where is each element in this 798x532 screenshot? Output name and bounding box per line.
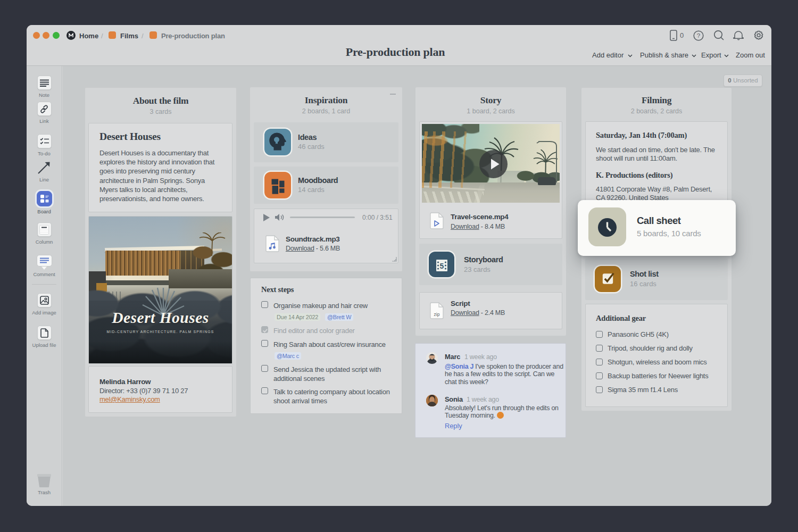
svg-text:zip: zip [434,312,440,317]
svg-text:5: 5 [440,262,444,270]
svg-text:?: ? [697,32,700,39]
